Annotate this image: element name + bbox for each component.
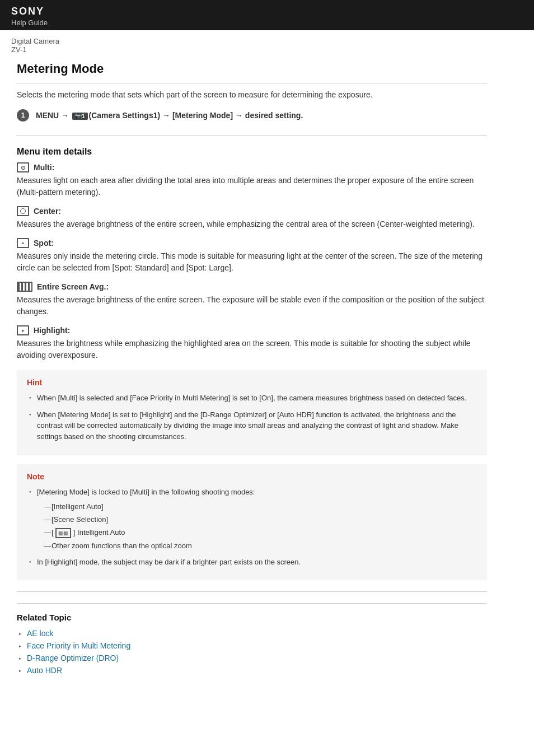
note-subitem-0-0: [Intelligent Auto] <box>44 500 477 513</box>
page-description: Selects the metering mode that sets whic… <box>17 90 487 99</box>
menu-item-highlight-desc: Measures the brightness while emphasizin… <box>17 338 487 361</box>
section-menu-details-title: Menu item details <box>17 147 487 157</box>
related-link-2[interactable]: D-Range Optimizer (DRO) <box>17 654 487 662</box>
step-text: MENU → 📷1(Camera Settings1) → [Metering … <box>36 111 303 120</box>
step-block: 1 MENU → 📷1(Camera Settings1) → [Meterin… <box>17 109 487 122</box>
note-subitem-0-2: [ ▦▦ ] Intelligent Auto <box>44 526 477 539</box>
site-header: SONY Help Guide <box>0 0 534 30</box>
sony-logo: SONY <box>11 6 523 17</box>
hint-title: Hint <box>27 378 477 387</box>
center-icon <box>17 206 29 216</box>
main-content: Metering Mode Selects the metering mode … <box>0 56 504 695</box>
note-sublist-0: [Intelligent Auto] [Scene Selection] [ ▦… <box>37 498 477 553</box>
menu-item-center-header: Center: <box>17 206 487 216</box>
menu-item-multi: Multi: Measures light on each area after… <box>17 162 487 198</box>
camera-icon: 📷1 <box>72 113 88 120</box>
menu-item-multi-label: Multi: <box>34 163 54 172</box>
note-subitem-0-3: Other zoom functions than the optical zo… <box>44 539 477 552</box>
menu-item-spot: Spot: Measures only inside the metering … <box>17 238 487 274</box>
menu-item-center-desc: Measures the average brightness of the e… <box>17 218 487 230</box>
auto-hdr-link[interactable]: Auto HDR <box>27 666 62 675</box>
menu-item-center-label: Center: <box>34 207 61 216</box>
menu-item-multi-desc: Measures light on each area after dividi… <box>17 175 487 198</box>
related-topic-section: Related Topic AE lock Face Priority in M… <box>17 603 487 675</box>
hint-item-0: When [Multi] is selected and [Face Prior… <box>27 393 477 404</box>
help-guide-label: Help Guide <box>11 18 523 27</box>
note-item-0: [Metering Mode] is locked to [Multi] in … <box>27 487 477 552</box>
hint-box: Hint When [Multi] is selected and [Face … <box>17 370 487 455</box>
menu-item-highlight-header: Highlight: <box>17 325 487 335</box>
device-model: ZV-1 <box>11 45 523 54</box>
ae-lock-link[interactable]: AE lock <box>27 629 53 638</box>
related-topic-list: AE lock Face Priority in Multi Metering … <box>17 629 487 675</box>
menu-item-spot-label: Spot: <box>34 239 54 248</box>
breadcrumb: Digital Camera ZV-1 <box>0 30 534 56</box>
menu-item-multi-header: Multi: <box>17 162 487 172</box>
divider-top <box>17 135 487 136</box>
device-type: Digital Camera <box>11 37 523 45</box>
menu-item-entire: Entire Screen Avg.: Measures the average… <box>17 282 487 318</box>
menu-item-center: Center: Measures the average brightness … <box>17 206 487 230</box>
face-priority-link[interactable]: Face Priority in Multi Metering <box>27 641 130 650</box>
note-subitem-0-1: [Scene Selection] <box>44 513 477 526</box>
menu-item-spot-header: Spot: <box>17 238 487 248</box>
menu-item-entire-desc: Measures the average brightness of the e… <box>17 294 487 318</box>
highlight-icon <box>17 325 29 335</box>
note-title: Note <box>27 472 477 481</box>
multi-icon <box>17 162 29 172</box>
note-list: [Metering Mode] is locked to [Multi] in … <box>27 487 477 568</box>
menu-item-entire-header: Entire Screen Avg.: <box>17 282 487 292</box>
hint-item-1: When [Metering Mode] is set to [Highligh… <box>27 409 477 442</box>
related-link-0[interactable]: AE lock <box>17 629 487 638</box>
dro-link[interactable]: D-Range Optimizer (DRO) <box>27 654 119 662</box>
menu-item-highlight: Highlight: Measures the brightness while… <box>17 325 487 361</box>
related-link-1[interactable]: Face Priority in Multi Metering <box>17 641 487 650</box>
divider-bottom <box>17 591 487 592</box>
spot-icon <box>17 238 29 248</box>
step-number: 1 <box>17 109 29 122</box>
menu-item-highlight-label: Highlight: <box>34 326 70 335</box>
intelligent-auto-icon: ▦▦ <box>55 528 71 538</box>
entire-icon <box>17 282 32 292</box>
related-topic-title: Related Topic <box>17 613 487 622</box>
hint-list: When [Multi] is selected and [Face Prior… <box>27 393 477 442</box>
menu-item-spot-desc: Measures only inside the metering circle… <box>17 250 487 274</box>
page-title: Metering Mode <box>17 62 487 83</box>
related-link-3[interactable]: Auto HDR <box>17 666 487 675</box>
note-box: Note [Metering Mode] is locked to [Multi… <box>17 464 487 580</box>
note-item-1: In [Highlight] mode, the subject may be … <box>27 557 477 568</box>
menu-item-entire-label: Entire Screen Avg.: <box>37 282 109 291</box>
